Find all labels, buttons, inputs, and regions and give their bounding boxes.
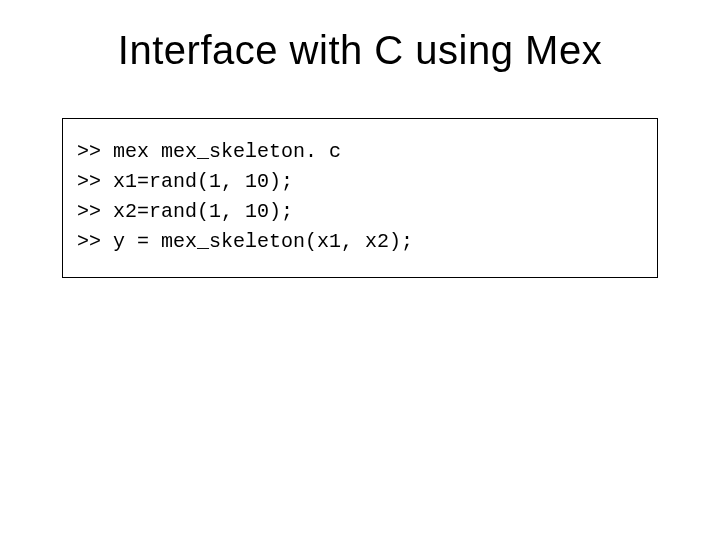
code-box: >> mex mex_skeleton. c >> x1=rand(1, 10)…	[62, 118, 658, 278]
code-line: >> x1=rand(1, 10);	[77, 167, 643, 197]
code-line: >> mex mex_skeleton. c	[77, 137, 643, 167]
slide: Interface with C using Mex >> mex mex_sk…	[0, 0, 720, 540]
code-line: >> x2=rand(1, 10);	[77, 197, 643, 227]
code-line: >> y = mex_skeleton(x1, x2);	[77, 227, 643, 257]
slide-title: Interface with C using Mex	[0, 28, 720, 73]
